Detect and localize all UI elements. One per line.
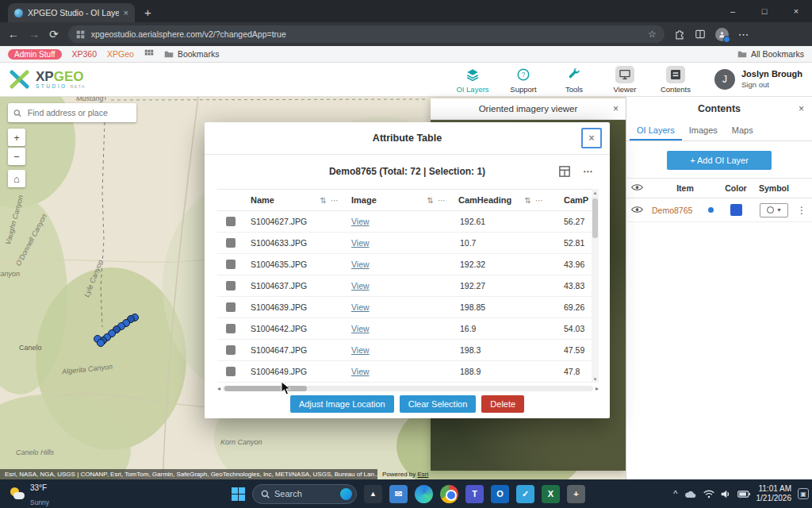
col-cam-heading[interactable]: CamHeading — [458, 195, 511, 205]
col-cam-pitch[interactable]: CamP — [564, 195, 588, 205]
browser-profile-avatar[interactable] — [715, 28, 729, 41]
view-link[interactable]: View — [351, 217, 370, 226]
nav-support[interactable]: ? Support — [502, 66, 545, 94]
layer-visibility-icon[interactable] — [631, 206, 652, 215]
nav-contents[interactable]: Contents — [654, 66, 697, 94]
sign-out-link[interactable]: Sign out — [741, 80, 769, 89]
horizontal-scrollbar[interactable]: ◂ ▸ — [217, 384, 599, 392]
row-checkbox[interactable] — [226, 281, 236, 291]
contents-close-icon[interactable]: × — [799, 103, 804, 114]
table-options-ellipsis-icon[interactable]: ⋯ — [583, 166, 592, 177]
site-info-icon[interactable] — [76, 30, 85, 39]
toggle-all-visibility-icon[interactable] — [631, 183, 652, 193]
map-search-box[interactable] — [8, 103, 136, 122]
sort-icon[interactable]: ⇅ — [320, 196, 327, 205]
layer-color-swatch[interactable] — [730, 204, 742, 216]
bookmark-folder-bookmarks[interactable]: Bookmarks — [164, 49, 220, 59]
bookmark-admin-stuff[interactable]: Admin Stuff — [8, 49, 62, 60]
split-screen-icon[interactable] — [695, 29, 706, 40]
layer-symbol-dropdown[interactable]: ▾ — [760, 203, 788, 217]
bookmark-star-icon[interactable]: ☆ — [648, 29, 657, 40]
taskbar-weather-widget[interactable]: 33°F Sunny — [3, 479, 56, 508]
col-name[interactable]: Name — [251, 195, 274, 205]
nav-viewer[interactable]: Viewer — [603, 66, 646, 94]
table-row[interactable]: S1004647.JPG View 198.3 47.59 — [217, 340, 599, 361]
esri-link[interactable]: Esri — [417, 471, 428, 478]
tab-maps[interactable]: Maps — [725, 121, 760, 140]
forward-button[interactable]: → — [29, 29, 40, 40]
row-checkbox[interactable] — [226, 367, 236, 376]
photos-icon[interactable]: ▲ — [364, 485, 382, 503]
adjust-image-location-button[interactable]: Adjust Image Location — [290, 395, 394, 413]
table-row[interactable]: S1004642.JPG View 16.9 54.03 — [217, 318, 599, 340]
back-button[interactable]: ← — [8, 29, 19, 40]
outlook-icon[interactable]: O — [491, 485, 509, 503]
layer-row[interactable]: Demo8765 ▾ ⋮ — [626, 198, 812, 222]
nav-tools[interactable]: Tools — [553, 66, 596, 94]
clear-selection-button[interactable]: Clear Selection — [400, 395, 477, 413]
zoom-in-button[interactable]: + — [8, 129, 25, 146]
browser-tab[interactable]: XPGEO Studio - OI Layers × — [8, 3, 135, 22]
nav-oi-layers[interactable]: OI Layers — [451, 66, 494, 94]
col-image[interactable]: Image — [351, 195, 377, 205]
todo-icon[interactable]: ✓ — [516, 485, 534, 503]
scroll-left-arrow-icon[interactable]: ◂ — [217, 385, 220, 392]
row-checkbox[interactable] — [226, 324, 236, 333]
add-oi-layer-button[interactable]: + Add OI Layer — [667, 151, 772, 170]
tab-close-icon[interactable]: × — [124, 8, 128, 17]
horizontal-scroll-thumb[interactable] — [224, 386, 307, 391]
table-row[interactable]: S1004639.JPG View 198.85 69.26 — [217, 297, 599, 318]
column-menu-icon[interactable]: ⋯ — [438, 196, 446, 205]
view-link[interactable]: View — [351, 324, 370, 333]
vertical-scrollbar[interactable]: ▴▾ — [592, 189, 599, 383]
row-checkbox[interactable] — [226, 345, 236, 355]
column-menu-icon[interactable]: ⋯ — [535, 196, 543, 205]
table-row[interactable]: S1004637.JPG View 192.27 43.83 — [217, 275, 599, 297]
browser-menu-icon[interactable]: ⋯ — [738, 29, 749, 40]
home-extent-button[interactable]: ⌂ — [8, 170, 25, 187]
modal-close-button[interactable]: × — [581, 128, 602, 148]
vertical-scroll-thumb[interactable] — [592, 198, 598, 238]
table-row[interactable]: S1004633.JPG View 10.7 52.81 — [217, 233, 599, 254]
row-checkbox[interactable] — [226, 260, 236, 269]
layer-options-kebab-icon[interactable]: ⋮ — [795, 205, 809, 216]
window-minimize-button[interactable]: – — [717, 0, 749, 22]
map-search-input[interactable] — [26, 107, 131, 118]
table-row[interactable]: S1004635.JPG View 192.32 43.96 — [217, 254, 599, 275]
sort-icon[interactable]: ⇅ — [525, 196, 531, 205]
view-link[interactable]: View — [351, 238, 370, 248]
notification-icon[interactable]: ▣ — [798, 488, 809, 499]
taskbar-search[interactable]: Search — [252, 484, 357, 504]
teams-icon[interactable]: T — [465, 485, 484, 503]
tab-oi-layers[interactable]: OI Layers — [630, 121, 682, 140]
refresh-button[interactable]: ⟳ — [49, 29, 59, 40]
row-checkbox[interactable] — [226, 217, 236, 226]
user-menu[interactable]: J Joslyn Brough Sign out — [714, 69, 802, 90]
chrome-icon[interactable] — [440, 485, 458, 503]
row-checkbox[interactable] — [226, 238, 236, 248]
row-checkbox[interactable] — [226, 302, 236, 312]
view-link[interactable]: View — [351, 281, 370, 291]
delete-button[interactable]: Delete — [481, 395, 524, 413]
extensions-puzzle-icon[interactable] — [674, 29, 685, 40]
view-link[interactable]: View — [351, 302, 370, 312]
table-row[interactable]: S1004649.JPG View 188.9 47.8 — [217, 361, 599, 383]
edge-icon[interactable] — [415, 485, 433, 503]
start-button[interactable] — [232, 487, 245, 501]
view-link[interactable]: View — [351, 260, 370, 269]
mail-icon[interactable]: ✉ — [389, 485, 408, 503]
column-menu-icon[interactable]: ⋯ — [331, 196, 339, 205]
apps-grid-icon[interactable] — [144, 49, 154, 59]
bookmark-xp360[interactable]: XP360 — [72, 49, 98, 59]
tab-images[interactable]: Images — [682, 121, 725, 140]
onedrive-cloud-icon[interactable] — [684, 490, 697, 498]
new-tab-button[interactable]: + — [144, 6, 151, 19]
volume-icon[interactable] — [721, 490, 731, 498]
window-maximize-button[interactable]: □ — [749, 0, 780, 22]
oi-viewer-close-icon[interactable]: × — [613, 103, 619, 114]
bookmark-xpgeo[interactable]: XPGeo — [107, 49, 134, 59]
scroll-right-arrow-icon[interactable]: ▸ — [596, 385, 599, 392]
excel-icon[interactable]: X — [542, 485, 560, 503]
wifi-icon[interactable] — [703, 490, 714, 498]
view-link[interactable]: View — [351, 367, 370, 376]
